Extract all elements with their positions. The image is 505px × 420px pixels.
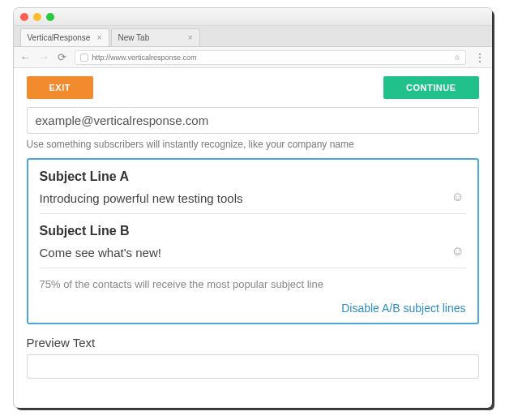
ab-split-note: 75% of the contacts will receive the mos… (40, 278, 466, 290)
url-text: http://www.verticalresponse.com (92, 54, 197, 62)
ab-subject-box: Subject Line A Introducing powerful new … (27, 158, 479, 324)
preview-text-input[interactable] (27, 354, 479, 379)
close-tab-icon[interactable]: × (188, 33, 193, 42)
subject-b-label: Subject Line B (40, 224, 466, 238)
tab-newtab[interactable]: New Tab × (111, 28, 200, 46)
browser-window: VerticalResponse × New Tab × ← → ⟳ http:… (14, 8, 492, 408)
tab-strip: VerticalResponse × New Tab × (14, 26, 492, 47)
disable-ab-link[interactable]: Disable A/B subject lines (40, 302, 466, 315)
forward-icon[interactable]: → (39, 52, 49, 62)
back-icon[interactable]: ← (20, 52, 31, 62)
subject-b-row: Come see what's new! ☺ (40, 245, 466, 268)
subject-a-input[interactable]: Introducing powerful new testing tools (40, 191, 243, 205)
from-email-field[interactable]: example@verticalresponse.com (27, 107, 479, 134)
site-info-icon[interactable] (80, 54, 88, 62)
continue-button[interactable]: CONTINUE (383, 76, 478, 99)
titlebar (14, 8, 492, 26)
bookmark-icon[interactable]: ☆ (454, 54, 460, 62)
zoom-icon[interactable] (46, 13, 54, 21)
traffic-lights (20, 13, 54, 21)
subject-b-input[interactable]: Come see what's new! (40, 246, 161, 259)
minimize-icon[interactable] (33, 13, 41, 21)
tab-label: New Tab (118, 33, 150, 42)
from-help-text: Use something subscribers will instantly… (27, 139, 479, 150)
menu-icon[interactable]: ⋮ (474, 51, 486, 64)
emoji-picker-icon[interactable]: ☺ (452, 191, 466, 205)
exit-button[interactable]: EXIT (27, 76, 93, 99)
subject-a-label: Subject Line A (40, 169, 466, 184)
close-tab-icon[interactable]: × (97, 33, 102, 42)
tab-label: VerticalResponse (28, 33, 91, 42)
subject-a-row: Introducing powerful new testing tools ☺ (40, 191, 466, 214)
page-content: EXIT CONTINUE example@verticalresponse.c… (14, 68, 492, 379)
reload-icon[interactable]: ⟳ (58, 52, 66, 62)
emoji-picker-icon[interactable]: ☺ (452, 245, 466, 259)
url-field[interactable]: http://www.verticalresponse.com ☆ (75, 50, 466, 65)
close-icon[interactable] (20, 13, 28, 21)
preview-text-label: Preview Text (27, 336, 479, 349)
tab-verticalresponse[interactable]: VerticalResponse × (20, 28, 109, 46)
action-bar: EXIT CONTINUE (27, 76, 479, 99)
address-bar: ← → ⟳ http://www.verticalresponse.com ☆ … (14, 47, 492, 68)
